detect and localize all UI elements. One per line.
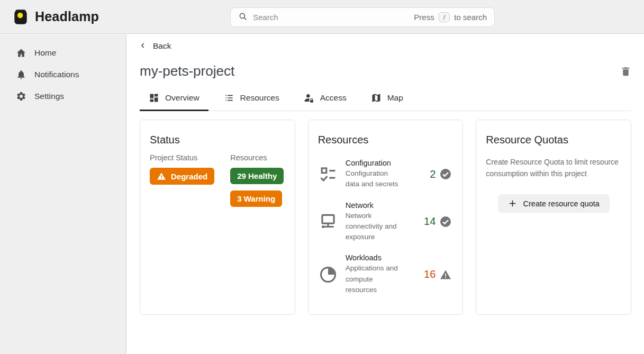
back-button[interactable]: Back (140, 41, 171, 51)
sidebar-item-home[interactable]: Home (0, 42, 126, 63)
check-circle-icon (439, 168, 452, 180)
resource-title: Workloads (346, 253, 404, 262)
gear-icon (16, 91, 26, 102)
sidebar-item-label: Notifications (34, 70, 79, 79)
search-bar[interactable]: Press / to search (230, 7, 495, 27)
page-title: my-pets-project (140, 63, 234, 79)
search-shortcut-hint: Press / to search (414, 12, 487, 22)
brand[interactable]: Headlamp (0, 8, 99, 26)
chevron-left-icon (140, 41, 146, 51)
main-content: Back my-pets-project Overview Resources (127, 34, 644, 354)
plus-icon (508, 199, 517, 208)
sidebar-item-settings[interactable]: Settings (0, 85, 126, 107)
app-title: Headlamp (35, 9, 99, 24)
resource-quotas-card: Resource Quotas Create Resource Quota to… (476, 120, 631, 315)
workloads-icon (318, 265, 338, 285)
resource-title: Network (346, 201, 404, 210)
dashboard-icon (149, 93, 159, 103)
sidebar-item-label: Settings (34, 92, 64, 101)
resource-title: Configuration (346, 159, 404, 167)
resource-subtitle: Configuration data and secrets (346, 168, 404, 190)
resources-status-label: Resources (230, 153, 284, 162)
network-icon (318, 212, 338, 232)
home-icon (16, 48, 26, 58)
healthy-badge: 29 Healthy (230, 168, 284, 184)
sidebar: Home Notifications Settings (0, 34, 126, 354)
slash-keycap: / (439, 12, 450, 22)
resource-quotas-card-title: Resource Quotas (486, 134, 622, 146)
warning-triangle-icon (157, 171, 166, 181)
project-status-badge: Degraded (150, 168, 214, 185)
tab-overview[interactable]: Overview (140, 93, 208, 111)
bell-icon (16, 69, 26, 80)
search-icon (238, 12, 248, 23)
status-card: Status Project Status Degraded Resources (140, 120, 295, 315)
tab-bar: Overview Resources Access Map (140, 93, 631, 111)
resource-count: 16 (424, 268, 436, 280)
resource-count: 2 (430, 168, 436, 180)
tab-access[interactable]: Access (295, 93, 356, 111)
resource-row-workloads[interactable]: Workloads Applications and compute resou… (317, 253, 455, 295)
resource-count: 14 (424, 215, 436, 228)
back-label: Back (153, 41, 171, 51)
sidebar-item-label: Home (34, 48, 56, 58)
resources-card: Resources Configuration Configuration da… (308, 120, 464, 315)
search-input[interactable] (253, 13, 409, 22)
warning-badge: 3 Warning (230, 190, 282, 207)
map-icon (371, 93, 382, 103)
list-icon (224, 93, 234, 103)
person-lock-icon (304, 93, 314, 103)
resources-card-title: Resources (318, 134, 455, 146)
resource-subtitle: Network connectivity and exposure (346, 211, 404, 243)
resource-quotas-description: Create Resource Quota to limit resource … (486, 157, 621, 179)
project-status-label: Project Status (150, 153, 214, 162)
sidebar-item-notifications[interactable]: Notifications (0, 63, 126, 85)
checklist-icon (318, 164, 338, 184)
delete-project-button[interactable] (620, 66, 631, 77)
trash-icon (620, 66, 631, 77)
top-bar: Headlamp Press / to search (0, 0, 644, 34)
resource-row-network[interactable]: Network Network connectivity and exposur… (317, 201, 455, 243)
headlamp-logo-icon (12, 8, 30, 26)
project-status-column: Project Status Degraded (150, 153, 214, 207)
tab-resources[interactable]: Resources (215, 93, 288, 111)
cards-row: Status Project Status Degraded Resources (140, 120, 631, 315)
resources-status-column: Resources 29 Healthy 3 Warning (230, 153, 284, 207)
status-card-title: Status (150, 134, 286, 146)
resource-subtitle: Applications and compute resources (346, 263, 404, 295)
check-circle-icon (439, 215, 452, 228)
tab-map[interactable]: Map (362, 93, 412, 111)
resource-row-configuration[interactable]: Configuration Configuration data and sec… (317, 159, 455, 190)
create-resource-quota-button[interactable]: Create resource quota (498, 194, 610, 213)
warning-triangle-icon (439, 268, 452, 281)
